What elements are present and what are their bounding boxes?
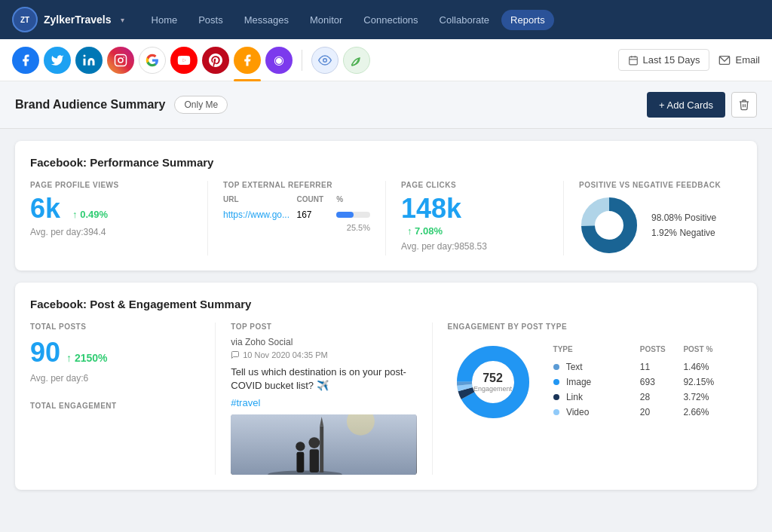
eng-pct-link: 3.72% xyxy=(683,392,727,402)
svg-rect-9 xyxy=(629,57,637,65)
social-icons-row: ◉ xyxy=(12,47,618,74)
svg-point-4 xyxy=(118,58,123,63)
eng-row-text: Text 11 1.46% xyxy=(553,359,727,375)
svg-rect-3 xyxy=(115,54,127,66)
total-posts-label: TOTAL POSTS xyxy=(30,323,200,331)
eng-posts-image: 693 xyxy=(640,377,684,387)
col-url: URL xyxy=(223,195,291,203)
feedback-label: POSITIVE VS NEGATIVE FEEDBACK xyxy=(579,181,727,189)
nav-collaborate[interactable]: Collaborate xyxy=(430,10,499,30)
image-dot xyxy=(553,379,559,385)
top-post-label: TOP POST xyxy=(231,323,416,331)
social-icon-circle[interactable]: ◉ xyxy=(265,47,293,74)
eng-row-image: Image 693 92.15% xyxy=(553,375,727,390)
eng-col-posts: POSTS xyxy=(640,345,684,353)
post-image xyxy=(231,414,416,475)
total-posts-value: 90 xyxy=(30,337,60,368)
donut-center: 752 Engagement xyxy=(473,371,512,393)
referrer-bar-wrap xyxy=(336,212,370,218)
eng-row-link: Link 28 3.72% xyxy=(553,390,727,405)
svg-point-8 xyxy=(323,58,327,62)
email-label: Email xyxy=(735,54,760,66)
feedback-section: POSITIVE VS NEGATIVE FEEDBACK 98.08% Pos… xyxy=(564,181,742,255)
top-referrer-label: TOP EXTERNAL REFERRER xyxy=(223,181,370,189)
col-count: COUNT xyxy=(297,195,331,203)
eng-pct-text: 1.46% xyxy=(683,362,727,372)
page-clicks-change: ↑ 7.08% xyxy=(407,225,443,237)
positive-label: Positive xyxy=(685,212,716,223)
referrer-pct: 25.5% xyxy=(223,223,370,232)
top-post-date-text: 10 Nov 2020 04:35 PM xyxy=(243,350,328,359)
page-views-avg: Avg. per day:394.4 xyxy=(30,227,192,237)
eng-type-table: TYPE POSTS POST % Text 11 1.46% xyxy=(553,345,727,420)
social-icon-fb-page[interactable] xyxy=(234,47,261,74)
social-icon-twitter[interactable] xyxy=(44,47,71,74)
negative-pct: 1.92% xyxy=(651,228,677,238)
engagement-donut-wrap: 752 Engagement xyxy=(448,337,538,427)
nav-links: Home Posts Messages Monitor Connections … xyxy=(142,10,760,30)
social-icon-google[interactable] xyxy=(139,47,166,74)
total-engagement-label: TOTAL ENGAGEMENT xyxy=(30,402,200,410)
feedback-donut-svg xyxy=(579,195,639,255)
total-posts-section: TOTAL POSTS 90 ↑ 2150% Avg. per day:6 TO… xyxy=(30,323,216,475)
referrer-url[interactable]: https://www.go... xyxy=(223,209,291,220)
page-clicks-label: PAGE CLICKS xyxy=(401,181,548,189)
social-icon-facebook[interactable] xyxy=(12,47,39,74)
nav-posts[interactable]: Posts xyxy=(189,10,232,30)
page-views-value: 6k xyxy=(30,195,60,222)
logo-text: ZylkerTravels xyxy=(44,14,112,26)
page-views-section: PAGE PROFILE VIEWS 6k ↑ 0.49% Avg. per d… xyxy=(30,181,208,255)
svg-rect-19 xyxy=(297,452,305,472)
logo-chevron: ▾ xyxy=(121,16,124,24)
engagement-by-type-section: ENGAGEMENT BY POST TYPE xyxy=(433,323,742,475)
social-icon-instagram[interactable] xyxy=(107,47,134,74)
eng-col-type: TYPE xyxy=(553,345,640,353)
date-range-button[interactable]: Last 15 Days xyxy=(618,49,710,71)
social-icon-pinterest[interactable] xyxy=(202,47,229,74)
svg-text:ZT: ZT xyxy=(20,16,29,24)
engagement-card-title: Facebook: Post & Engagement Summary xyxy=(30,298,742,310)
nav-home[interactable]: Home xyxy=(142,10,187,30)
toolbar-right: Last 15 Days Email xyxy=(618,49,760,71)
navbar: ZT ZylkerTravels ▾ Home Posts Messages M… xyxy=(0,0,772,39)
nav-reports[interactable]: Reports xyxy=(501,10,554,30)
page-title: Brand Audience Summary xyxy=(15,98,165,112)
svg-point-5 xyxy=(123,57,124,58)
positive-legend: 98.08% Positive xyxy=(651,212,716,223)
engagement-type-label: ENGAGEMENT BY POST TYPE xyxy=(448,323,727,331)
eng-type-text: Text xyxy=(553,362,640,372)
social-icon-youtube[interactable] xyxy=(170,47,198,74)
negative-legend: 1.92% Negative xyxy=(651,228,716,238)
top-referrer-section: TOP EXTERNAL REFERRER URL COUNT % https:… xyxy=(208,181,386,255)
eng-pct-image: 92.15% xyxy=(683,377,727,387)
nav-connections[interactable]: Connections xyxy=(354,10,427,30)
svg-point-2 xyxy=(84,54,86,57)
nav-logo[interactable]: ZT ZylkerTravels ▾ xyxy=(12,7,124,32)
feedback-donut-wrap: 98.08% Positive 1.92% Negative xyxy=(579,195,727,255)
page-views-label: PAGE PROFILE VIEWS xyxy=(30,181,192,189)
nav-monitor[interactable]: Monitor xyxy=(301,10,351,30)
svg-rect-22 xyxy=(320,427,323,473)
social-icon-leaf[interactable] xyxy=(343,47,370,74)
date-range-label: Last 15 Days xyxy=(643,54,700,66)
add-cards-button[interactable]: + Add Cards xyxy=(647,92,725,118)
donut-sub: Engagement xyxy=(473,385,512,393)
total-posts-change: ↑ 2150% xyxy=(66,352,107,364)
email-button[interactable]: Email xyxy=(718,54,760,66)
nav-messages[interactable]: Messages xyxy=(235,10,298,30)
delete-button[interactable] xyxy=(731,92,757,118)
only-me-badge[interactable]: Only Me xyxy=(174,96,228,114)
svg-point-18 xyxy=(296,442,305,451)
referrer-row: https://www.go... 167 xyxy=(223,209,370,220)
email-icon xyxy=(718,55,731,66)
eng-posts-text: 11 xyxy=(640,362,684,372)
page-views-change: ↑ 0.49% xyxy=(72,209,108,220)
video-dot xyxy=(553,409,559,415)
referrer-bar-fill xyxy=(336,212,353,218)
social-icon-eye[interactable] xyxy=(311,47,339,74)
social-icon-linkedin[interactable] xyxy=(75,47,103,74)
top-post-section: TOP POST via Zoho Social 10 Nov 2020 04:… xyxy=(216,323,432,475)
eng-type-image: Image xyxy=(553,377,640,387)
svg-rect-21 xyxy=(310,450,319,473)
page-clicks-section: PAGE CLICKS 148k ↑ 7.08% Avg. per day:98… xyxy=(386,181,564,255)
